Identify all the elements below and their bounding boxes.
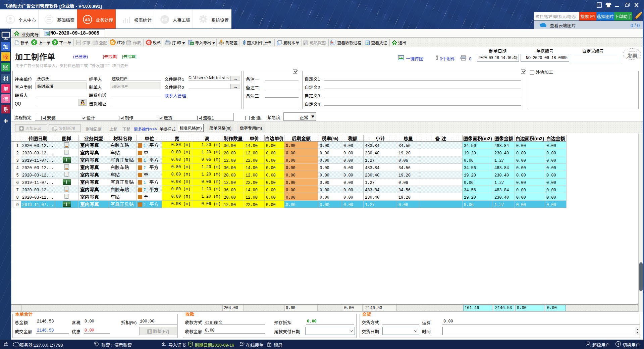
svg-text:$: $ [149, 330, 151, 334]
svg-text:HR: HR [162, 18, 167, 22]
svg-text:AD: AD [85, 18, 90, 22]
svg-text:E: E [190, 343, 191, 346]
